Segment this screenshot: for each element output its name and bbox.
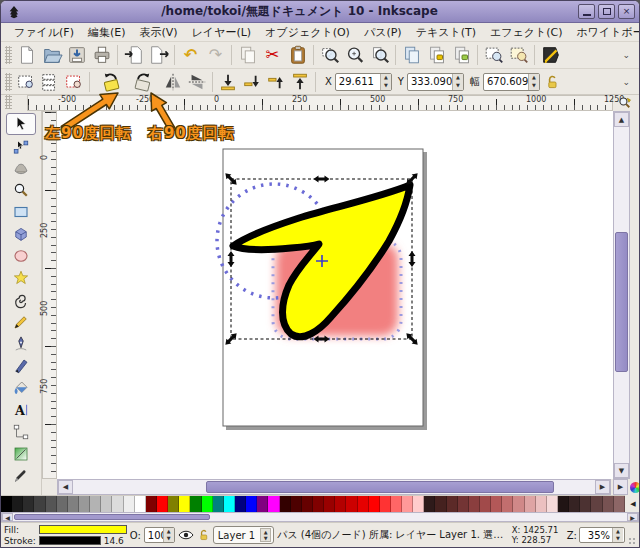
export-button[interactable] <box>146 43 171 67</box>
zoom-value[interactable]: 35% <box>580 528 612 542</box>
redo-button[interactable]: ↷ <box>203 43 228 67</box>
palette-swatch[interactable] <box>79 496 90 512</box>
palette-swatch[interactable] <box>335 496 346 512</box>
xml-editor-button[interactable] <box>538 43 563 67</box>
palette-swatch[interactable] <box>90 496 101 512</box>
color-managed-view-button[interactable] <box>630 480 640 494</box>
palette-swatch[interactable] <box>525 496 536 512</box>
width-field-value[interactable]: 670.609 <box>484 74 528 90</box>
palette-swatch[interactable] <box>46 496 57 512</box>
tool-ellipse[interactable] <box>6 245 36 267</box>
palette-swatch[interactable] <box>101 496 112 512</box>
unlink-clone-button[interactable] <box>449 43 474 67</box>
toolbar-overflow-button[interactable]: ⌄ <box>622 77 630 87</box>
palette-swatch[interactable] <box>569 496 580 512</box>
palette-swatch[interactable] <box>603 496 614 512</box>
select-original-button[interactable] <box>481 43 506 67</box>
lower-to-bottom-button[interactable] <box>216 71 240 93</box>
palette-swatch[interactable] <box>324 496 335 512</box>
palette-swatch[interactable] <box>313 496 324 512</box>
width-field[interactable]: 670.609▲▼ <box>483 73 540 91</box>
undo-button[interactable]: ↶ <box>178 43 203 67</box>
y-field[interactable]: 333.090▲▼ <box>407 73 464 91</box>
raise-to-top-button[interactable] <box>288 71 312 93</box>
zoom-spinner[interactable]: 35%▲▼ <box>579 527 625 543</box>
palette-swatch[interactable] <box>157 496 168 512</box>
menu-item-6[interactable]: テキスト(T) <box>409 24 483 41</box>
menu-item-2[interactable]: 表示(V) <box>133 24 185 41</box>
tool-calligraphy[interactable] <box>6 355 36 377</box>
palette-more-button[interactable]: ◀ <box>625 495 640 512</box>
opacity-spin-buttons[interactable]: ▲▼ <box>163 528 174 542</box>
palette-swatch[interactable] <box>358 496 369 512</box>
import-button[interactable] <box>121 43 146 67</box>
palette-swatch[interactable] <box>135 496 146 512</box>
x-field[interactable]: 29.611▲▼ <box>335 73 392 91</box>
x-field-spinner[interactable]: ▲▼ <box>380 74 391 90</box>
palette-swatch[interactable] <box>179 496 190 512</box>
palette-swatch[interactable] <box>424 496 435 512</box>
palette-swatch[interactable] <box>268 496 279 512</box>
palette-swatch[interactable] <box>369 496 380 512</box>
tool-pen[interactable] <box>6 333 36 355</box>
palette-swatch[interactable] <box>591 496 602 512</box>
layer-visibility-eye-icon[interactable] <box>178 529 194 541</box>
tool-star[interactable] <box>6 267 36 289</box>
palette-swatch[interactable] <box>168 496 179 512</box>
palette-swatch[interactable] <box>536 496 547 512</box>
tool-spiral[interactable] <box>6 289 36 311</box>
title-bar[interactable]: /home/tokoi/無題ドキュメント 10 - Inkscape × <box>1 1 639 23</box>
menu-item-0[interactable]: ファイル(F) <box>7 24 81 41</box>
vertical-scrollbar[interactable]: ▲ ▼ <box>613 111 630 479</box>
palette-scrollbar[interactable]: ◀ ▶ <box>1 512 639 522</box>
palette-swatch[interactable] <box>447 496 458 512</box>
zoom-selection-button[interactable] <box>317 43 342 67</box>
horizontal-ruler[interactable]: -500-250025050075010001250 <box>27 95 613 111</box>
palette-swatch[interactable] <box>580 496 591 512</box>
scroll-up-button[interactable]: ▲ <box>614 112 629 127</box>
zoom-page-button[interactable] <box>367 43 392 67</box>
maximize-button[interactable] <box>598 4 615 19</box>
menu-item-7[interactable]: エフェクト(C) <box>483 24 570 41</box>
paste-button[interactable] <box>285 43 310 67</box>
open-document-button[interactable] <box>39 43 64 67</box>
opacity-value[interactable]: 100 <box>145 528 163 542</box>
scroll-right-button[interactable]: ▶ <box>595 480 610 494</box>
vertical-ruler[interactable]: 0250500750 <box>42 111 57 479</box>
palette-swatch[interactable] <box>12 496 23 512</box>
tool-node-editor[interactable] <box>6 135 36 157</box>
palette-swatch[interactable] <box>513 496 524 512</box>
palette-swatch[interactable] <box>34 496 45 512</box>
palette-swatch[interactable] <box>202 496 213 512</box>
palette-swatch[interactable] <box>235 496 246 512</box>
palette-swatch[interactable] <box>257 496 268 512</box>
palette-swatch[interactable] <box>291 496 302 512</box>
rotate-90-ccw-button[interactable] <box>93 70 127 94</box>
tool-gradient[interactable] <box>6 443 36 465</box>
print-button[interactable] <box>89 43 114 67</box>
palette-swatch[interactable] <box>413 496 424 512</box>
canvas[interactable] <box>57 111 613 479</box>
palette-swatch[interactable] <box>280 496 291 512</box>
palette-swatch[interactable] <box>302 496 313 512</box>
palette-swatch[interactable] <box>558 496 569 512</box>
menu-item-3[interactable]: レイヤー(L) <box>185 24 259 41</box>
palette-swatch[interactable] <box>402 496 413 512</box>
palette-swatch[interactable] <box>614 496 625 512</box>
toolbox-grip[interactable] <box>5 95 12 109</box>
deselect-button[interactable] <box>62 71 86 93</box>
stroke-color-swatch[interactable] <box>39 536 101 545</box>
fill-stroke-dialog-button[interactable] <box>506 43 531 67</box>
tool-box-3d[interactable] <box>6 223 36 245</box>
opacity-spinner[interactable]: 100▲▼ <box>144 527 175 543</box>
cut-button[interactable]: ✂ <box>260 43 285 67</box>
palette-scrollbar-thumb[interactable] <box>14 514 210 520</box>
palette-swatch[interactable] <box>146 496 157 512</box>
palette-swatch[interactable] <box>190 496 201 512</box>
palette-swatch[interactable] <box>57 496 68 512</box>
layer-spin-buttons[interactable]: ▲▼ <box>260 528 271 542</box>
tool-paint-bucket[interactable] <box>6 377 36 399</box>
horizontal-scrollbar-thumb[interactable] <box>206 481 554 493</box>
duplicate-button[interactable] <box>399 43 424 67</box>
palette-scroll-right-button[interactable]: ▶ <box>627 513 638 521</box>
